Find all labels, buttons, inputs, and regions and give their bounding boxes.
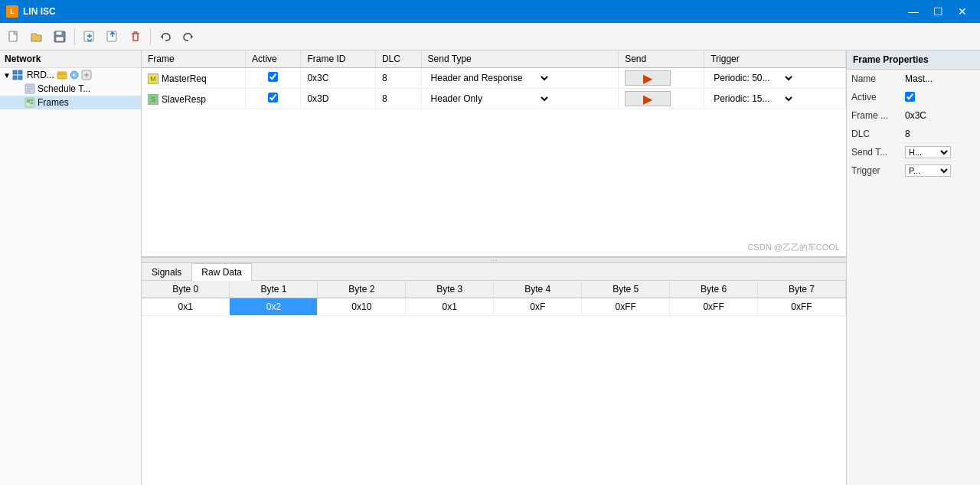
horizontal-splitter[interactable]: ⋯ (142, 257, 846, 263)
frame-table-container[interactable]: Frame Active Frame ID DLC Send Type Send… (142, 50, 846, 257)
col-frame: Frame (142, 50, 246, 68)
bottom-tabs: Signals Raw Data (142, 263, 846, 281)
close-button[interactable]: ✕ (951, 0, 974, 23)
svg-rect-3 (56, 37, 64, 41)
rrd-label: RRD... (27, 70, 54, 80)
byte-col-7: Byte 7 (758, 281, 846, 298)
rrd-icon2 (57, 70, 67, 80)
prop-row-name: Name Mast... (847, 70, 980, 88)
byte-val-2[interactable]: 0x10 (318, 298, 406, 316)
content-right: Frame Active Frame ID DLC Send Type Send… (142, 50, 980, 485)
byte-val-0[interactable]: 0x1 (142, 298, 230, 316)
new-button[interactable] (3, 26, 24, 47)
byte-col-5: Byte 5 (582, 281, 670, 298)
frames-icon (24, 97, 35, 108)
svg-rect-20 (31, 99, 33, 101)
prop-trigger-select[interactable]: P... (905, 164, 951, 177)
table-row: S SlaveResp 0x3D 8 Header (142, 89, 846, 109)
frame-name-slaveresp[interactable]: S SlaveResp (142, 89, 246, 109)
byte-val-6[interactable]: 0xFF (670, 298, 758, 316)
frame-id-masterreq: 0x3C (301, 68, 376, 89)
app-title: LIN ISC (23, 6, 56, 17)
prop-active-checkbox[interactable] (905, 92, 915, 102)
rrd-icon4 (81, 70, 92, 80)
send-type-select-slaveresp[interactable]: Header and Response Header Only Response… (428, 93, 550, 105)
prop-row-trigger: Trigger P... (847, 161, 980, 180)
send-type-masterreq[interactable]: Header and Response Header Only Response… (421, 68, 619, 89)
byte-table-container[interactable]: Byte 0 Byte 1 Byte 2 Byte 3 Byte 4 Byte … (142, 281, 846, 485)
tab-rawdata[interactable]: Raw Data (191, 263, 252, 281)
byte-col-3: Byte 3 (406, 281, 494, 298)
sidebar-header: Network (0, 50, 141, 68)
redo-button[interactable] (178, 26, 199, 47)
active-cell-masterreq[interactable] (246, 68, 301, 89)
trigger-select-slaveresp[interactable]: Periodic: 15... Sporadic (710, 93, 795, 105)
prop-label-active: Active (851, 92, 905, 103)
prop-row-sendtype: Send T... H... (847, 143, 980, 161)
svg-rect-6 (13, 70, 17, 74)
prop-label-dlc: DLC (851, 129, 905, 139)
trigger-cell-slaveresp[interactable]: Periodic: 15... Sporadic (704, 89, 846, 109)
svg-rect-21 (31, 103, 33, 104)
import-button[interactable] (102, 26, 123, 47)
send-cell-masterreq[interactable]: ▶ (619, 68, 704, 89)
frame-properties-header: Frame Properties (847, 50, 980, 70)
main-layout: Network ▼ RRD... (0, 50, 980, 485)
byte-val-5[interactable]: 0xFF (582, 298, 670, 316)
sidebar-item-rrd[interactable]: ▼ RRD... (0, 68, 141, 82)
active-checkbox-slaveresp[interactable] (268, 93, 278, 103)
col-send-type: Send Type (421, 50, 619, 68)
delete-button[interactable] (125, 26, 146, 47)
master-frame-icon: M (148, 73, 158, 84)
trigger-cell-masterreq[interactable]: Periodic: 50... Sporadic (704, 68, 846, 89)
byte-val-4[interactable]: 0xF (494, 298, 582, 316)
col-trigger: Trigger (704, 50, 846, 68)
trigger-select-masterreq[interactable]: Periodic: 50... Sporadic (710, 72, 795, 84)
export-button[interactable] (79, 26, 100, 47)
byte-table: Byte 0 Byte 1 Byte 2 Byte 3 Byte 4 Byte … (142, 281, 846, 316)
prop-row-dlc: DLC 8 (847, 125, 980, 143)
svg-rect-8 (13, 76, 17, 80)
prop-label-sendtype: Send T... (851, 147, 905, 158)
dlc-masterreq: 8 (375, 68, 421, 89)
sidebar-item-frames[interactable]: Frames (0, 96, 141, 109)
prop-label-trigger: Trigger (851, 165, 905, 176)
title-bar: L LIN ISC — ☐ ✕ (0, 0, 980, 23)
byte-val-7[interactable]: 0xFF (758, 298, 846, 316)
schedule-label: Schedule T... (38, 83, 90, 94)
app-icon: L (6, 5, 18, 18)
prop-sendtype-select[interactable]: H... (905, 146, 951, 158)
send-cell-slaveresp[interactable]: ▶ (619, 89, 704, 109)
prop-label-frameid: Frame ... (851, 110, 905, 121)
send-type-select-masterreq[interactable]: Header and Response Header Only Response… (428, 72, 550, 84)
send-button-masterreq[interactable]: ▶ (625, 70, 671, 86)
active-cell-slaveresp[interactable] (246, 89, 301, 109)
minimize-button[interactable]: — (902, 0, 925, 23)
maximize-button[interactable]: ☐ (926, 0, 949, 23)
window-controls: — ☐ ✕ (902, 0, 974, 23)
byte-col-2: Byte 2 (318, 281, 406, 298)
toolbar-sep-1 (74, 28, 75, 45)
schedule-icon (24, 83, 35, 94)
svg-rect-7 (18, 70, 22, 74)
byte-val-3[interactable]: 0x1 (406, 298, 494, 316)
title-bar-left: L LIN ISC (6, 5, 56, 18)
svg-rect-10 (57, 72, 67, 79)
frame-name-masterreq[interactable]: M MasterReq (142, 68, 246, 89)
tab-signals[interactable]: Signals (142, 263, 191, 281)
col-dlc: DLC (375, 50, 421, 68)
watermark: CSDN @乙乙的车COOL (747, 242, 840, 253)
svg-rect-9 (18, 76, 22, 80)
sidebar-item-schedule[interactable]: Schedule T... (0, 82, 141, 96)
toolbar-sep-2 (150, 28, 151, 45)
frames-label: Frames (38, 97, 69, 108)
active-checkbox-masterreq[interactable] (268, 72, 278, 82)
send-type-slaveresp[interactable]: Header and Response Header Only Response… (421, 89, 619, 109)
open-button[interactable] (26, 26, 47, 47)
undo-button[interactable] (155, 26, 176, 47)
save-button[interactable] (49, 26, 70, 47)
byte-row: 0x1 0x2 0x10 0x1 0xF 0xFF 0xFF 0xFF (142, 298, 846, 316)
byte-val-1[interactable]: 0x2 (230, 298, 318, 316)
send-button-slaveresp[interactable]: ▶ (625, 91, 671, 106)
rrd-arrow[interactable]: ▼ (3, 71, 11, 80)
